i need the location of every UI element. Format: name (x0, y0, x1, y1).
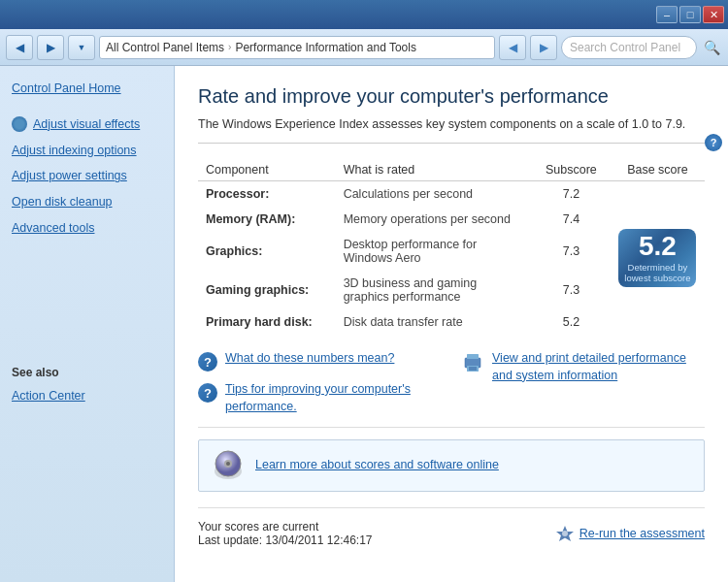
rerun-label: Re-run the assessment (579, 527, 705, 540)
svg-point-10 (562, 531, 568, 536)
sidebar-item-visual-effects[interactable]: Adjust visual effects (0, 112, 174, 138)
component-name-0: Processor: (198, 181, 336, 208)
subscore-1: 7.4 (532, 207, 611, 232)
col-header-subscore: Subscore (532, 159, 611, 181)
sidebar-item-action-center[interactable]: Action Center (0, 383, 174, 409)
page-title: Rate and improve your computer's perform… (198, 85, 705, 108)
base-score-box-cell: 5.2 Determined by lowest subscore (611, 181, 705, 336)
what-rated-4: Disk data transfer rate (336, 309, 532, 335)
performance-table: Component What is rated Subscore Base sc… (198, 159, 705, 335)
rerun-link[interactable]: Re-run the assessment (556, 525, 705, 542)
col-header-base-score: Base score (611, 159, 705, 181)
content-area: Rate and improve your computer's perform… (175, 66, 728, 582)
subscore-3: 7.3 (532, 271, 611, 309)
disc-icon (213, 450, 244, 481)
sidebar: Control Panel Home Adjust visual effects… (0, 66, 175, 582)
learn-more-box: Learn more about scores and software onl… (198, 439, 705, 492)
component-name-2: Graphics: (198, 232, 336, 271)
svg-rect-1 (467, 366, 479, 372)
search-icon[interactable]: 🔍 (701, 37, 722, 58)
help-top-button[interactable]: ? (705, 134, 722, 151)
path-segment-1: All Control Panel Items (106, 41, 224, 54)
forward-button[interactable]: ▶ (37, 35, 64, 60)
sidebar-item-advanced[interactable]: Advanced tools (0, 215, 174, 242)
subscore-2: 7.3 (532, 232, 611, 271)
help-links-group: ? What do these numbers mean? ? Tips for… (198, 350, 442, 415)
status-line-2: Last update: 13/04/2011 12:46:17 (198, 534, 373, 547)
recent-pages-button[interactable]: ▼ (68, 35, 95, 60)
sidebar-item-power[interactable]: Adjust power settings (0, 163, 174, 189)
help-link-text-1[interactable]: Tips for improving your computer's perfo… (225, 381, 442, 415)
what-rated-1: Memory operations per second (336, 207, 532, 232)
table-row: Processor: Calculations per second 7.2 5… (198, 181, 705, 208)
print-link-text[interactable]: View and print detailed performance and … (492, 350, 705, 384)
title-bar: – □ ✕ (0, 0, 728, 29)
what-rated-3: 3D business and gaming graphics performa… (336, 271, 532, 309)
component-name-3: Gaming graphics: (198, 271, 336, 309)
subscore-0: 7.2 (532, 181, 611, 208)
window-controls: – □ ✕ (656, 6, 724, 23)
sidebar-item-home[interactable]: Control Panel Home (0, 76, 174, 102)
printer-icon (461, 352, 484, 372)
restore-button[interactable]: □ (679, 6, 701, 23)
svg-rect-4 (469, 370, 477, 371)
col-header-what-rated: What is rated (336, 159, 532, 181)
what-rated-2: Desktop performance for Windows Aero (336, 232, 532, 271)
page-subtitle: The Windows Experience Index assesses ke… (198, 117, 705, 144)
address-bar: ◀ ▶ ▼ All Control Panel Items › Performa… (0, 29, 728, 66)
nav-arrow-right[interactable]: ▶ (530, 35, 557, 60)
search-placeholder: Search Control Panel (570, 41, 680, 54)
help-link-0: ? What do these numbers mean? (198, 350, 442, 372)
help-link-1: ? Tips for improving your computer's per… (198, 381, 442, 415)
subscore-4: 5.2 (532, 309, 611, 335)
back-button[interactable]: ◀ (6, 35, 33, 60)
help-icon-0: ? (198, 352, 217, 372)
svg-point-8 (226, 462, 230, 466)
learn-more-link-text[interactable]: Learn more about scores and software onl… (255, 457, 499, 474)
path-segment-2: Performance Information and Tools (235, 41, 416, 54)
component-name-4: Primary hard disk: (198, 309, 336, 335)
status-text: Your scores are current Last update: 13/… (198, 520, 373, 547)
sidebar-label-visual-effects: Adjust visual effects (33, 115, 140, 134)
help-link-text-0[interactable]: What do these numbers mean? (225, 350, 394, 368)
address-path[interactable]: All Control Panel Items › Performance In… (99, 36, 495, 59)
sidebar-item-disk-cleanup[interactable]: Open disk cleanup (0, 189, 174, 215)
score-box: 5.2 Determined by lowest subscore (618, 229, 696, 287)
svg-rect-2 (467, 354, 479, 359)
sidebar-item-indexing[interactable]: Adjust indexing options (0, 138, 174, 164)
print-link-group: View and print detailed performance and … (461, 350, 705, 415)
windows-star-icon (556, 525, 574, 542)
see-also-label: See also (0, 358, 174, 383)
svg-rect-3 (469, 368, 477, 369)
close-button[interactable]: ✕ (703, 6, 724, 23)
gear-icon (12, 116, 27, 132)
status-bar: Your scores are current Last update: 13/… (198, 507, 705, 547)
minimize-button[interactable]: – (656, 6, 678, 23)
base-score-number: 5.2 (639, 233, 677, 260)
help-icon-1: ? (198, 383, 217, 403)
base-score-label: Determined by lowest subscore (618, 262, 696, 284)
main-layout: Control Panel Home Adjust visual effects… (0, 66, 728, 582)
search-box[interactable]: Search Control Panel (561, 36, 697, 59)
status-line-1: Your scores are current (198, 520, 373, 534)
links-section: ? What do these numbers mean? ? Tips for… (198, 350, 705, 428)
nav-arrow-left[interactable]: ◀ (499, 35, 526, 60)
col-header-component: Component (198, 159, 336, 181)
component-name-1: Memory (RAM): (198, 207, 336, 232)
path-separator: › (228, 42, 231, 52)
what-rated-0: Calculations per second (336, 181, 532, 208)
